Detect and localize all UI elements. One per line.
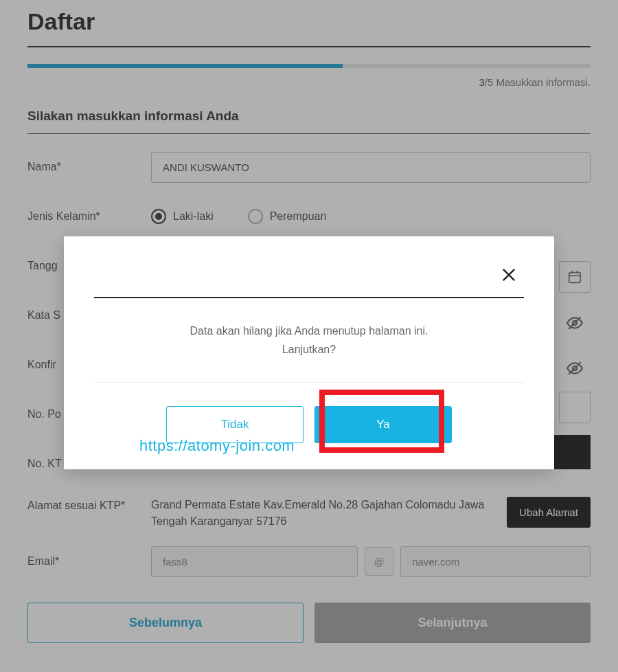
modal-message-line1: Data akan hilang jika Anda menutup halam… xyxy=(94,322,524,340)
modal-message-line2: Lanjutkan? xyxy=(94,340,524,359)
yes-button[interactable]: Ya xyxy=(314,406,452,443)
close-button[interactable] xyxy=(499,265,521,287)
confirm-modal: Data akan hilang jika Anda menutup halam… xyxy=(64,236,554,469)
no-button[interactable]: Tidak xyxy=(166,406,304,443)
modal-header-line xyxy=(94,258,524,298)
modal-message: Data akan hilang jika Anda menutup halam… xyxy=(94,322,524,383)
modal-overlay: Data akan hilang jika Anda menutup halam… xyxy=(0,0,618,672)
